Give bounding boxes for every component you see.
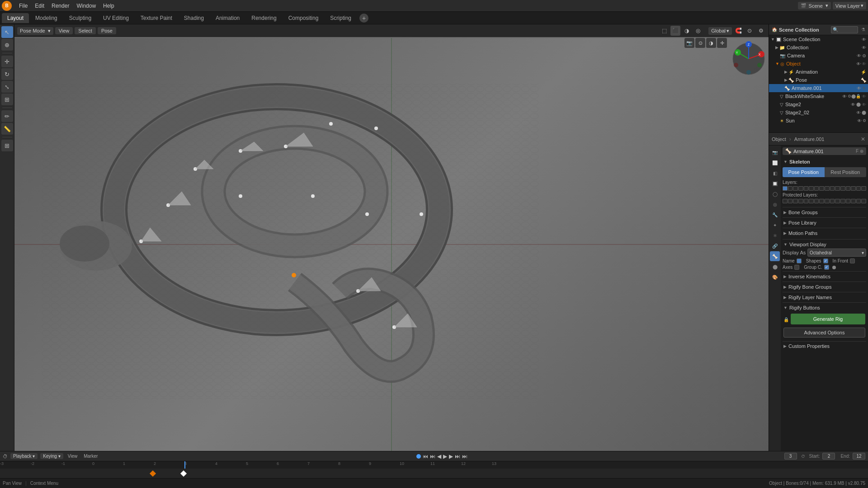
tab-modeling[interactable]: Modeling <box>30 13 63 23</box>
outliner-icons-sun[interactable]: ⚙ <box>863 118 866 123</box>
prop-tab-modifier[interactable]: 🔧 <box>770 210 780 220</box>
outliner-restrict-stage2[interactable]: 👁 <box>862 102 866 107</box>
tab-rendering[interactable]: Rendering <box>246 13 282 23</box>
outliner-icons-stage2[interactable]: ⬤ <box>856 102 861 107</box>
layer-11[interactable] <box>835 186 840 191</box>
timeline-marker-btn[interactable]: Marker <box>82 454 99 459</box>
start-frame-input[interactable] <box>822 453 835 460</box>
outliner-item-collection[interactable]: ▶ 📁 Collection 👁 <box>769 43 868 52</box>
auto-key-indicator[interactable] <box>416 454 421 459</box>
layer-4[interactable] <box>798 186 803 191</box>
view-layer-dropdown[interactable]: View Layer ▾ <box>833 2 866 9</box>
tab-uv-editing[interactable]: UV Editing <box>98 13 134 23</box>
current-frame-input[interactable] <box>784 453 797 460</box>
prot-layer-9[interactable] <box>825 199 830 203</box>
prop-tab-shader-fx[interactable]: 🎨 <box>770 272 780 282</box>
generate-rig-button[interactable]: Generate Rig <box>791 314 865 324</box>
layer-5[interactable] <box>804 186 809 191</box>
add-workspace-button[interactable]: + <box>359 14 368 23</box>
axes-checkbox[interactable] <box>794 265 799 270</box>
outliner-restrict-object[interactable]: 👁 <box>862 61 866 66</box>
outliner-item-armature001[interactable]: 🦴 Armature.001 👁 🖱 <box>769 84 868 92</box>
prot-layer-8[interactable] <box>819 199 824 203</box>
outliner-eye-stage2-02[interactable]: 👁 <box>856 110 861 115</box>
viewport-overlay-icon[interactable]: ◑ <box>706 38 716 48</box>
outliner-item-stage2-02[interactable]: ▽ Stage2_02 👁 ⬤ <box>769 108 868 117</box>
pose-menu[interactable]: Pose <box>98 27 116 34</box>
outliner-search[interactable] <box>831 26 858 33</box>
layer-8[interactable] <box>819 186 824 191</box>
step-back-button[interactable]: ◀ <box>437 453 441 460</box>
prot-layer-15[interactable] <box>856 199 861 203</box>
outliner-eye-stage2[interactable]: 👁 <box>851 102 855 107</box>
tool-rotate[interactable]: ↻ <box>1 68 13 80</box>
prot-layer-10[interactable] <box>830 199 835 203</box>
skeleton-header[interactable]: ▼ Skeleton <box>783 158 866 166</box>
select-menu[interactable]: Select <box>75 27 96 34</box>
view-menu[interactable]: View <box>55 27 73 34</box>
ik-header[interactable]: ▶ Inverse Kinematics <box>783 272 866 281</box>
outliner-item-object[interactable]: ▼ ◎ Object 👁 👁 <box>769 60 868 68</box>
viewport-shading-solid[interactable]: ⬛ <box>670 26 680 36</box>
keyframe-2[interactable] <box>150 470 156 477</box>
outliner-item-sun[interactable]: ☀ Sun 👁 ⚙ <box>769 117 868 125</box>
layer-10[interactable] <box>830 186 835 191</box>
name-checkbox[interactable] <box>797 258 802 263</box>
menu-help[interactable]: Help <box>99 2 118 10</box>
rest-position-button[interactable]: Rest Position <box>825 167 867 177</box>
layer-3[interactable] <box>793 186 798 191</box>
prot-layer-7[interactable] <box>814 199 819 203</box>
prop-tab-physics[interactable]: ⚛ <box>770 230 780 240</box>
outliner-item-camera[interactable]: 📷 Camera 👁 ⚙ <box>769 52 868 60</box>
outliner-eye-snake[interactable]: 👁 <box>842 94 847 99</box>
timeline-type-icon[interactable]: ⏱ <box>3 454 8 459</box>
viewport[interactable]: Pose Mode ▾ View Select Pose ⬚ ⬛ ◑ ◎ Glo… <box>14 24 769 451</box>
keying-dropdown[interactable]: Keying ▾ <box>40 453 63 459</box>
bone-groups-header[interactable]: ▶ Bone Groups <box>783 208 866 216</box>
keyframe-3-selected[interactable] <box>180 470 187 477</box>
outliner-eye-scene[interactable]: 👁 <box>862 37 866 42</box>
step-forward-button[interactable]: ▶ <box>449 453 453 460</box>
prop-tab-output[interactable]: ⬜ <box>770 158 780 168</box>
prop-tab-object[interactable]: ◎ <box>770 199 780 209</box>
prot-layer-13[interactable] <box>846 199 851 203</box>
viewport-camera-icon[interactable]: 📷 <box>684 38 694 48</box>
viewport-snap-icon[interactable]: 🧲 <box>733 26 743 36</box>
prop-tab-view-layer[interactable]: ◧ <box>770 168 780 178</box>
tab-scripting[interactable]: Scripting <box>325 13 357 23</box>
tab-compositing[interactable]: Compositing <box>283 13 324 23</box>
outliner-eye-camera[interactable]: 👁 <box>857 53 861 58</box>
advanced-options-button[interactable]: Advanced Options <box>783 328 865 338</box>
prop-tab-world[interactable]: ◯ <box>770 189 780 199</box>
tab-layout[interactable]: Layout <box>2 13 29 23</box>
outliner-item-pose[interactable]: ▶ 🦴 Pose 🦴 <box>769 76 868 84</box>
end-frame-input[interactable] <box>853 453 865 460</box>
timeline-playhead[interactable] <box>184 461 185 469</box>
tool-scale[interactable]: ⤡ <box>1 81 13 93</box>
prop-tab-render[interactable]: 📷 <box>770 147 780 157</box>
viewport-render-icon[interactable]: ⊙ <box>695 38 705 48</box>
tool-select[interactable]: ↖ <box>1 26 13 38</box>
timeline-view-btn[interactable]: View <box>66 454 80 459</box>
rigify-bone-groups-header[interactable]: ▶ Rigify Bone Groups <box>783 283 866 291</box>
pose-library-header[interactable]: ▶ Pose Library <box>783 219 866 227</box>
menu-edit[interactable]: Edit <box>31 2 48 10</box>
prot-layer-1[interactable] <box>783 199 788 203</box>
prot-layer-12[interactable] <box>840 199 845 203</box>
layer-2[interactable] <box>788 186 793 191</box>
prot-layer-2[interactable] <box>788 199 793 203</box>
outliner-icons-snake[interactable]: ⚙⬤🔒 <box>848 94 861 99</box>
layer-14[interactable] <box>851 186 856 191</box>
outliner-pose-icon[interactable]: 🦴 <box>861 78 866 83</box>
tool-move[interactable]: ✛ <box>1 56 13 67</box>
in-front-checkbox[interactable] <box>850 258 855 263</box>
outliner-item-blackwhitesnake[interactable]: ▽ BlackWhiteSnake 👁 ⚙⬤🔒 👁 <box>769 92 868 100</box>
viewport-proportional-icon[interactable]: ⊙ <box>745 26 755 36</box>
rigify-buttons-header[interactable]: ▼ Rigify Buttons <box>783 304 866 312</box>
layer-1[interactable] <box>783 186 788 191</box>
outliner-settings-camera[interactable]: ⚙ <box>862 53 866 58</box>
viewport-global-dropdown[interactable]: Global ▾ <box>708 27 732 35</box>
tool-annotate[interactable]: ✏ <box>1 110 13 122</box>
tab-shading[interactable]: Shading <box>179 13 209 23</box>
outliner-eye-armature[interactable]: 👁 <box>857 86 861 91</box>
